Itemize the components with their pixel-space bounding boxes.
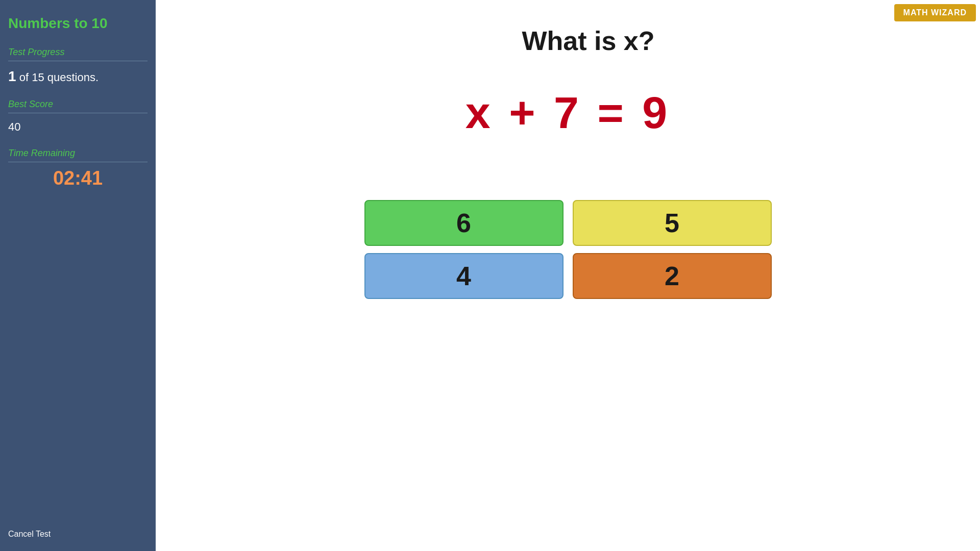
math-wizard-badge: MATH WIZARD: [894, 4, 976, 21]
time-remaining-section: Time Remaining 02:41: [8, 148, 148, 189]
cancel-test-button[interactable]: Cancel Test: [8, 530, 51, 539]
answer-button-6[interactable]: 6: [364, 200, 564, 246]
best-score-value: 40: [8, 118, 148, 136]
timer-value: 02:41: [8, 167, 148, 189]
answer-label-4: 4: [456, 261, 471, 291]
progress-current: 1: [8, 68, 16, 84]
test-progress-section: Test Progress 1 of 15 questions.: [8, 47, 148, 87]
question-title: What is x?: [522, 26, 654, 56]
test-progress-label: Test Progress: [8, 47, 148, 61]
time-remaining-label: Time Remaining: [8, 148, 148, 162]
best-score-label: Best Score: [8, 99, 148, 113]
equation-area: x + 7 = 9: [186, 87, 949, 139]
sidebar: Numbers to 10 Test Progress 1 of 15 ques…: [0, 0, 156, 551]
answer-label-6: 6: [456, 208, 471, 238]
answer-row-bottom: 4 2: [364, 253, 772, 299]
answer-button-5[interactable]: 5: [573, 200, 772, 246]
answer-label-2: 2: [665, 261, 679, 291]
answer-label-5: 5: [665, 208, 679, 238]
progress-text: 1 of 15 questions.: [8, 66, 148, 87]
best-score-section: Best Score 40: [8, 99, 148, 136]
main-content: MATH WIZARD What is x? x + 7 = 9 6 5 4 2: [156, 0, 980, 551]
answer-button-4[interactable]: 4: [364, 253, 564, 299]
equation-display: x + 7 = 9: [465, 87, 670, 139]
app-title: Numbers to 10: [8, 15, 148, 32]
answer-button-2[interactable]: 2: [573, 253, 772, 299]
answer-row-top: 6 5: [364, 200, 772, 246]
progress-suffix: of 15 questions.: [16, 71, 99, 84]
answer-grid: 6 5 4 2: [186, 200, 949, 299]
